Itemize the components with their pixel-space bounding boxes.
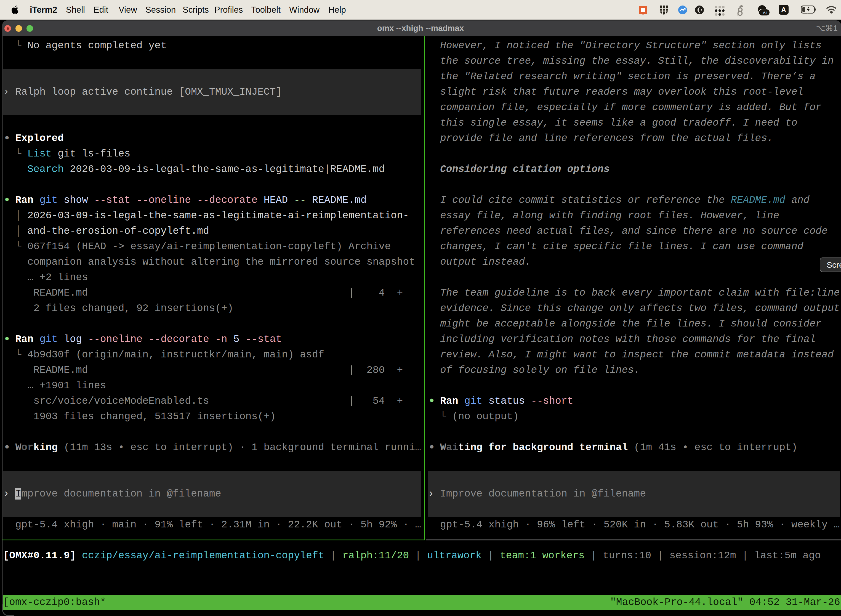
- svg-text:..61: ..61: [761, 10, 768, 15]
